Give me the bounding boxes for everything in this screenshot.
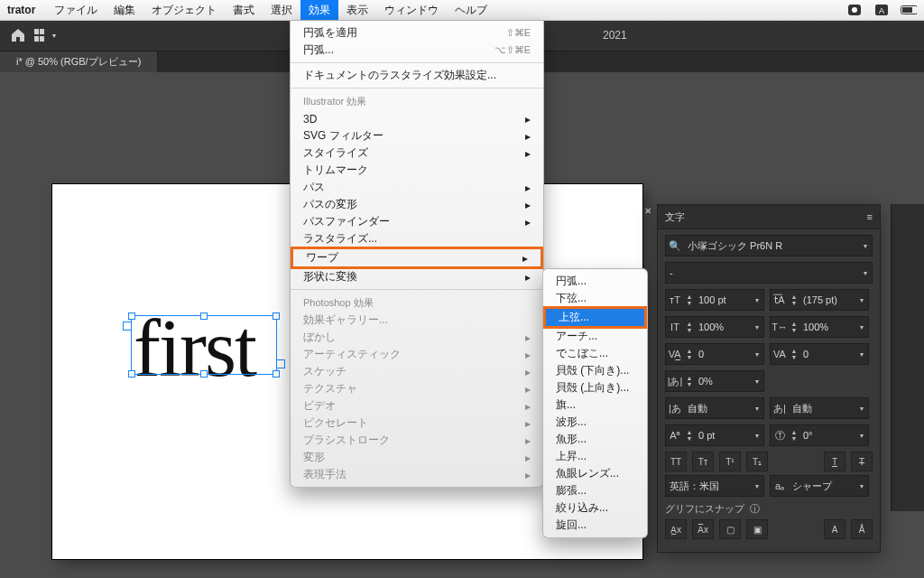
menu-item-warp[interactable]: ワープ▸ <box>291 247 543 269</box>
snap-glyph-bounds-button[interactable]: ▢ <box>719 519 741 539</box>
stepper[interactable]: ▲▼ <box>684 294 695 306</box>
panel-close-icon[interactable]: ✕ <box>642 205 654 218</box>
warp-arc[interactable]: 円弧... <box>543 273 647 290</box>
chevron-down-icon[interactable]: ▾ <box>859 242 872 250</box>
chevron-down-icon[interactable]: ▾ <box>855 405 868 413</box>
aki-right-field[interactable]: あ|自動▾ <box>770 397 869 419</box>
warp-fisheye[interactable]: 魚眼レンズ... <box>543 465 647 482</box>
menu-item-texture[interactable]: テクスチャ▸ <box>291 380 543 397</box>
info-icon[interactable]: ⓘ <box>750 502 760 516</box>
menu-item-path[interactable]: パス▸ <box>291 179 543 196</box>
chevron-down-icon[interactable]: ▾ <box>855 350 868 359</box>
menu-help[interactable]: ヘルプ <box>447 0 495 20</box>
chevron-down-icon[interactable]: ▾ <box>751 378 763 386</box>
baseline-shift-field[interactable]: Aª▲▼0 pt▾ <box>665 424 764 446</box>
warp-rise[interactable]: 上昇... <box>543 448 647 465</box>
font-size-field[interactable]: тT▲▼100 pt▾ <box>665 289 764 311</box>
menu-edit[interactable]: 編集 <box>106 0 143 20</box>
menu-view[interactable]: 表示 <box>338 0 376 20</box>
stepper[interactable]: ▲▼ <box>789 294 799 306</box>
chevron-down-icon[interactable]: ▾ <box>859 269 872 277</box>
language-field[interactable]: 英語：米国▾ <box>665 475 764 497</box>
leading-field[interactable]: t͞A▲▼(175 pt)▾ <box>770 289 869 311</box>
handle-se[interactable] <box>273 370 280 378</box>
handle-n[interactable] <box>200 312 208 320</box>
menu-item-3d[interactable]: 3D▸ <box>291 110 543 127</box>
superscript-button[interactable]: T¹ <box>719 452 741 471</box>
menu-select[interactable]: 選択 <box>263 0 300 20</box>
menu-item-trim-marks[interactable]: トリムマーク <box>291 162 543 179</box>
menu-item-blur[interactable]: ぼかし▸ <box>291 329 543 346</box>
kerning-field[interactable]: VA̲▲▼0▾ <box>665 343 764 365</box>
handle-nw[interactable] <box>128 312 135 320</box>
char-rotation-field[interactable]: Ⓣ▲▼0°▾ <box>770 424 869 446</box>
aki-left-field[interactable]: |あ自動▾ <box>665 397 764 419</box>
small-caps-button[interactable]: Tт <box>692 452 714 471</box>
stepper[interactable]: ▲▼ <box>789 429 799 442</box>
vertical-scale-field[interactable]: IT▲▼100%▾ <box>665 316 764 338</box>
chevron-down-icon[interactable]: ▾ <box>751 350 763 359</box>
tracking-field[interactable]: VA▲▼0▾ <box>770 343 869 365</box>
menu-item-brush-strokes[interactable]: ブラシストローク▸ <box>291 432 543 449</box>
chevron-down-icon[interactable]: ▾ <box>751 296 763 304</box>
all-caps-button[interactable]: TT <box>665 452 687 471</box>
chevron-down-icon[interactable]: ▾ <box>751 405 763 413</box>
handle-s[interactable] <box>200 370 208 378</box>
antialias-field[interactable]: aₐシャープ▾ <box>770 475 869 497</box>
text-frame-selection[interactable] <box>131 315 277 375</box>
menu-item-artistic[interactable]: アーティスティック▸ <box>291 346 543 363</box>
home-icon[interactable] <box>7 24 29 46</box>
snap-angular-button[interactable]: A <box>824 519 845 539</box>
chevron-down-icon[interactable]: ▾ <box>751 432 763 440</box>
warp-shell-upper[interactable]: 貝殻 (上向き)... <box>543 379 647 396</box>
menu-item-distort-ps[interactable]: 変形▸ <box>291 449 543 466</box>
subscript-button[interactable]: T₁ <box>746 452 768 471</box>
menu-file[interactable]: ファイル <box>46 0 106 20</box>
chevron-down-icon[interactable]: ▾ <box>751 323 763 331</box>
menu-item-stylize[interactable]: スタイライズ▸ <box>291 144 543 162</box>
warp-inflate[interactable]: 膨張... <box>543 482 647 499</box>
snap-xheight-button[interactable]: A̅x <box>692 519 714 539</box>
strikethrough-button[interactable]: T <box>851 452 873 471</box>
menu-window[interactable]: ウィンドウ <box>376 0 447 20</box>
menu-item-distort[interactable]: パスの変形▸ <box>291 196 543 213</box>
snap-em-box-button[interactable]: ▣ <box>746 519 768 539</box>
warp-shell-lower[interactable]: 貝殻 (下向き)... <box>543 362 647 379</box>
handle-ne[interactable] <box>273 312 280 320</box>
menu-item-pixelate[interactable]: ピクセレート▸ <box>291 415 543 432</box>
menu-object[interactable]: オブジェクト <box>143 0 225 20</box>
horizontal-scale-field[interactable]: T↔▲▼100%▾ <box>770 316 869 338</box>
menu-item-last-options[interactable]: 円弧...⌥⇧⌘E <box>291 42 543 59</box>
stepper[interactable]: ▲▼ <box>684 375 695 387</box>
menu-item-convert-shape[interactable]: 形状に変換▸ <box>291 268 543 285</box>
chevron-down-icon[interactable]: ▾ <box>855 323 868 331</box>
warp-arc-lower[interactable]: 下弦... <box>543 290 647 307</box>
menu-item-svg-filters[interactable]: SVG フィルター▸ <box>291 127 543 144</box>
menu-item-effect-gallery[interactable]: 効果ギャラリー... <box>291 312 543 329</box>
handle-sw[interactable] <box>128 370 135 378</box>
panel-menu-icon[interactable]: ≡ <box>867 211 873 222</box>
menu-type[interactable]: 書式 <box>225 0 263 20</box>
chevron-down-icon[interactable]: ▾ <box>855 296 868 304</box>
arrange-documents-icon[interactable]: ▾ <box>34 24 56 46</box>
warp-wave[interactable]: 波形... <box>543 414 647 431</box>
menu-item-sketch[interactable]: スケッチ▸ <box>291 363 543 380</box>
chevron-down-icon[interactable]: ▾ <box>855 482 868 490</box>
stepper[interactable]: ▲▼ <box>684 348 695 360</box>
warp-fish[interactable]: 魚形... <box>543 431 647 448</box>
warp-bulge[interactable]: でこぼこ... <box>543 345 647 362</box>
chevron-down-icon[interactable]: ▾ <box>855 432 868 440</box>
document-tab[interactable]: i* @ 50% (RGB/プレビュー) <box>0 51 158 72</box>
snap-anchor-button[interactable]: Å <box>851 519 873 539</box>
warp-twist[interactable]: 旋回... <box>543 517 647 534</box>
tsume-field[interactable]: |あ|▲▼0%▾ <box>665 370 764 392</box>
menu-item-doc-raster[interactable]: ドキュメントのラスタライズ効果設定... <box>291 67 543 84</box>
menu-effect[interactable]: 効果 <box>300 0 338 20</box>
stepper[interactable]: ▲▼ <box>684 321 695 333</box>
warp-arc-upper[interactable]: 上弦... <box>543 306 647 329</box>
menu-item-pathfinder[interactable]: パスファインダー▸ <box>291 213 543 230</box>
collapsed-panel-dock[interactable] <box>891 204 924 511</box>
chevron-down-icon[interactable]: ▾ <box>751 482 763 490</box>
warp-squeeze[interactable]: 絞り込み... <box>543 499 647 517</box>
font-style-field[interactable]: - ▾ <box>665 262 873 284</box>
